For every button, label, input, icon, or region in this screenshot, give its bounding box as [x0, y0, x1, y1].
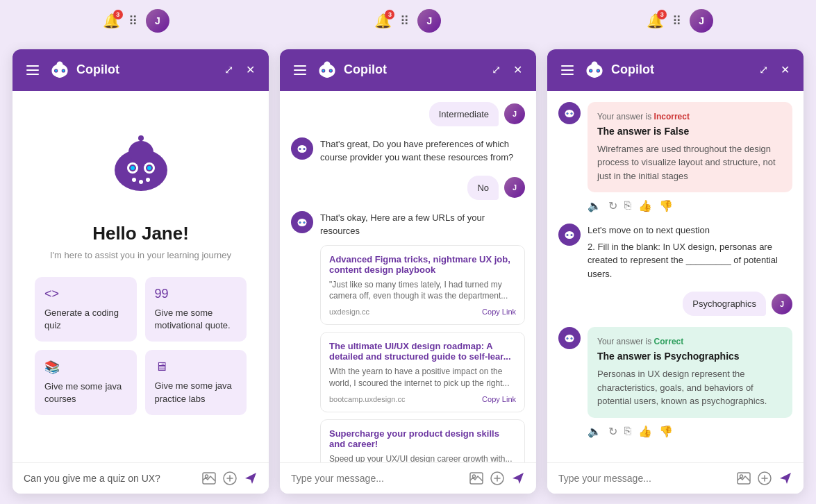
resources-section: That's okay, Here are a few URLs of your… — [320, 211, 525, 462]
svg-rect-56 — [561, 65, 574, 67]
panel3-add-btn[interactable] — [758, 471, 772, 485]
panel1-close-btn[interactable]: ✕ — [243, 60, 258, 79]
correct-answer-title: The answer is Psychographics — [597, 351, 783, 362]
copilot-logo-2: Copilot — [316, 59, 482, 81]
panel2-close-btn[interactable]: ✕ — [510, 60, 525, 79]
svg-rect-1 — [26, 69, 39, 71]
avatar-right[interactable]: J — [690, 9, 713, 33]
panel3-send-btn[interactable] — [778, 471, 792, 485]
svg-point-19 — [147, 166, 151, 170]
grid-icon-left[interactable]: ⠿ — [128, 13, 138, 28]
message-preferences: That's great, Do you have preferences of… — [291, 137, 525, 165]
panel1-footer — [13, 462, 269, 494]
panel2-send-btn[interactable] — [511, 471, 525, 485]
panel1-message-input[interactable] — [24, 473, 195, 484]
thumbdown-icon-2[interactable]: 👎 — [659, 425, 673, 438]
panel3-expand-btn[interactable]: ⤢ — [756, 60, 771, 79]
svg-rect-39 — [326, 67, 328, 69]
speaker-icon-2[interactable]: 🔈 — [588, 425, 601, 438]
thumbup-icon-1[interactable]: 👍 — [638, 199, 652, 212]
bot-bubble-preferences: That's great, Do you have preferences of… — [320, 137, 525, 165]
speaker-icon-1[interactable]: 🔈 — [588, 199, 601, 212]
thumbup-icon-2[interactable]: 👍 — [638, 425, 652, 438]
quick-action-motivational[interactable]: 99 Give me some motivational quote. — [145, 277, 247, 342]
panel3-footer — [547, 462, 803, 494]
panel1-image-btn[interactable] — [202, 472, 216, 485]
grid-icon-right[interactable]: ⠿ — [672, 13, 681, 28]
panel2-image-btn[interactable] — [469, 472, 483, 485]
svg-point-63 — [597, 69, 599, 72]
panel2-add-btn[interactable] — [490, 471, 504, 485]
java-labs-label: Give me some java practice labs — [155, 380, 232, 403]
notification-icon-right[interactable]: 🔔 3 — [647, 12, 664, 29]
svg-point-37 — [330, 69, 332, 72]
svg-point-43 — [298, 145, 307, 153]
refresh-icon-2[interactable]: ↻ — [608, 425, 617, 438]
panels-container: Copilot ⤢ ✕ — [0, 49, 816, 494]
avatar-center[interactable]: J — [417, 9, 441, 33]
quick-action-coding-quiz[interactable]: <> Generate a coding quiz — [35, 277, 137, 342]
svg-point-6 — [55, 69, 57, 72]
panel1-add-btn[interactable] — [223, 471, 237, 485]
panel2-sidebar-toggle[interactable] — [291, 62, 309, 78]
panel1-title: Copilot — [76, 62, 119, 77]
panel3-body: Your answer is Incorrect The answer is F… — [547, 91, 803, 462]
notification-icon-left[interactable]: 🔔 3 — [103, 12, 120, 29]
svg-point-36 — [322, 69, 324, 72]
panel2-expand-btn[interactable]: ⤢ — [489, 60, 503, 79]
user-avatar-intermediate: J — [504, 103, 525, 124]
svg-point-42 — [328, 75, 331, 77]
message-psychographics: Psychographics J — [558, 292, 792, 316]
grid-icon-center[interactable]: ⠿ — [400, 13, 409, 28]
resource-card-1-title[interactable]: Advanced Figma tricks, nightmare UX job,… — [329, 254, 516, 275]
panel1-header: Copilot ⤢ ✕ — [13, 49, 269, 91]
topbar-center: 🔔 3 ⠿ J — [374, 9, 441, 33]
resource-cards-list: Advanced Figma tricks, nightmare UX job,… — [320, 245, 525, 462]
svg-point-51 — [299, 221, 301, 223]
user-bubble-no: No — [467, 176, 499, 200]
panel2-footer — [280, 462, 536, 494]
thumbdown-icon-1[interactable]: 👎 — [659, 199, 673, 212]
avatar-left[interactable]: J — [146, 9, 169, 33]
correct-status: Your answer is Correct — [597, 337, 783, 346]
panel3-image-btn[interactable] — [737, 472, 751, 485]
user-avatar-no: J — [504, 177, 525, 198]
svg-rect-9 — [58, 67, 61, 69]
panel2-message-input[interactable] — [291, 473, 463, 484]
copy-icon-2[interactable]: ⎘ — [624, 425, 631, 438]
svg-point-47 — [303, 148, 305, 149]
resource-card-1-copy-btn[interactable]: Copy Link — [482, 308, 516, 316]
svg-point-41 — [326, 76, 328, 78]
notification-icon-center[interactable]: 🔔 3 — [374, 12, 392, 29]
svg-point-23 — [132, 178, 136, 182]
svg-point-22 — [138, 135, 144, 141]
refresh-icon-1[interactable]: ↻ — [608, 199, 617, 212]
panel3-message-input[interactable] — [558, 473, 730, 484]
svg-point-69 — [565, 110, 574, 117]
correct-block-row: Your answer is Correct The answer is Psy… — [558, 327, 792, 438]
panel1-sidebar-toggle[interactable] — [24, 62, 42, 78]
panel3-sidebar-toggle[interactable] — [558, 62, 576, 78]
incorrect-answer-title: The answer is False — [597, 126, 783, 137]
resource-card-3-title[interactable]: Supercharge your product design skills a… — [329, 428, 516, 449]
motivational-label: Give me some motivational quote. — [155, 308, 231, 330]
user-bubble-intermediate: Intermediate — [429, 102, 499, 126]
svg-rect-2 — [26, 74, 39, 75]
panel1-send-btn[interactable] — [244, 471, 258, 485]
svg-point-8 — [57, 61, 63, 67]
quick-actions-grid: <> Generate a coding quiz 99 Give me som… — [35, 277, 247, 416]
welcome-title: Hello Jane! — [92, 223, 189, 244]
resource-card-2-copy-btn[interactable]: Copy Link — [482, 395, 516, 403]
resource-card-2-title[interactable]: The ultimate UI/UX design roadmap: A det… — [329, 341, 516, 362]
svg-rect-65 — [593, 67, 596, 69]
panel3-header: Copilot ⤢ ✕ — [547, 49, 803, 91]
quick-action-java-labs[interactable]: 🖥 Give me some java practice labs — [145, 350, 247, 415]
copy-icon-1[interactable]: ⎘ — [624, 199, 631, 212]
svg-rect-30 — [294, 65, 306, 67]
panel1-body: Hello Jane! I'm here to assist you in yo… — [13, 91, 269, 462]
quick-action-java-courses[interactable]: 📚 Give me some java courses — [35, 350, 137, 415]
panel1-expand-btn[interactable]: ⤢ — [222, 60, 236, 79]
resource-card-2-source: bootcamp.uxdesign.cc — [329, 395, 405, 403]
panel3-close-btn[interactable]: ✕ — [778, 60, 792, 79]
panel2-header-actions: ⤢ ✕ — [489, 60, 525, 79]
